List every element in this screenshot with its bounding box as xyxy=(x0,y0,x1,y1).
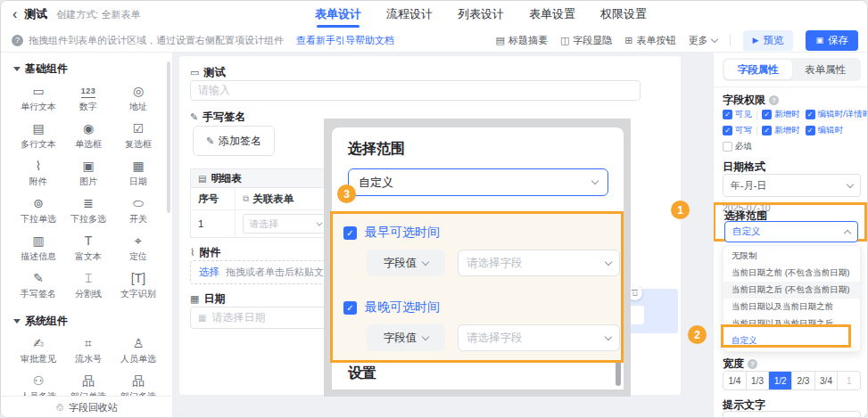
latest-field-select[interactable]: 请选择字段 xyxy=(458,324,620,351)
option-today-and-before[interactable]: 当前日期以及当前日期之前 xyxy=(723,299,860,316)
modal-scrollbar[interactable] xyxy=(616,361,621,386)
test-text-input[interactable]: 请输入 xyxy=(190,80,641,101)
component-item-date[interactable]: ▦日期 xyxy=(113,155,163,193)
field-visibility-button[interactable]: ◫ 字段显隐 xyxy=(560,34,612,47)
back-icon[interactable]: ‹ xyxy=(12,7,17,21)
component-item-signature[interactable]: ✎手写签名 xyxy=(13,267,63,305)
title-summary-icon: ▤ xyxy=(496,35,505,46)
divider xyxy=(756,111,757,119)
preview-button[interactable]: ▶ 预览 xyxy=(743,30,794,51)
dropdown-multi-icon: ≣ xyxy=(83,197,94,210)
modal-settings-heading: 设置 xyxy=(348,365,376,383)
component-item-single-line-text[interactable]: ▭单行文本 xyxy=(13,80,63,118)
range-options-dropdown: 无限制 当前日期之前 (不包含当前日期) 当前日期之后 (不包含当前日期) 当前… xyxy=(723,245,861,352)
visible-on-create-checkbox[interactable] xyxy=(762,110,772,119)
chevron-down-icon xyxy=(605,332,612,340)
paperclip-icon: ⌇ xyxy=(36,160,42,173)
collapse-triangle-icon xyxy=(13,67,21,71)
subform-row-select[interactable]: 请选择 xyxy=(243,214,328,234)
single-line-text-icon: ▭ xyxy=(32,85,44,98)
date-format-select[interactable]: 年-月-日 xyxy=(723,174,861,197)
annotation-circle-3: 3 xyxy=(337,184,356,203)
option-today-and-after[interactable]: 当前日期以及当前日期之后 xyxy=(723,316,860,332)
component-item-number[interactable]: 123数字 xyxy=(63,80,113,118)
panel-divider xyxy=(714,86,868,87)
tab-list-design[interactable]: 列表设计 xyxy=(458,1,504,28)
component-item-multi-line-text[interactable]: ▤多行文本 xyxy=(13,118,63,155)
chevron-down-icon xyxy=(847,180,854,187)
tab-field-properties[interactable]: 字段属性 xyxy=(724,60,792,79)
width-option-half[interactable]: 1/2 xyxy=(769,372,792,389)
component-item-ocr[interactable]: [T]文字识别 xyxy=(113,267,163,305)
option-custom[interactable]: 自定义 xyxy=(723,332,860,349)
writable-checkbox[interactable] xyxy=(723,126,732,135)
component-item-dropdown-multi[interactable]: ≣下拉多选 xyxy=(63,193,113,230)
latest-type-dropdown[interactable]: 字段值 xyxy=(367,324,445,351)
save-icon: ▣ xyxy=(815,36,823,45)
option-after-today[interactable]: 当前日期之后 (不包含当前日期) xyxy=(723,282,860,299)
component-item-address[interactable]: ◎地址 xyxy=(113,80,163,118)
linked-form-icon: ⧉ xyxy=(243,193,249,204)
sidebar-scrollbar[interactable] xyxy=(167,61,170,213)
earliest-type-dropdown[interactable]: 字段值 xyxy=(367,250,445,276)
field-visibility-icon: ◫ xyxy=(560,35,569,46)
option-before-today[interactable]: 当前日期之前 (不包含当前日期) xyxy=(723,265,860,282)
component-item-person-single[interactable]: ♙人员单选 xyxy=(113,332,163,370)
save-button[interactable]: ▣ 保存 xyxy=(806,30,858,51)
property-panel: 字段属性 表单属性 字段权限 ? 可见 新增时 编辑时/详情时 可写 新增时 编… xyxy=(713,53,868,418)
component-item-approval-comment[interactable]: ✍审批意见 xyxy=(13,332,63,370)
option-no-limit[interactable]: 无限制 xyxy=(723,248,860,265)
component-item-serial-number[interactable]: ⌗流水号 xyxy=(63,332,113,370)
earliest-field-select[interactable]: 请选择字段 xyxy=(458,250,620,276)
attachment-select-action[interactable]: 选择 xyxy=(199,266,219,279)
more-dropdown[interactable]: 更多 xyxy=(689,34,717,47)
hint-text-input[interactable]: 请选择日期 xyxy=(723,411,861,418)
text-field-icon: ▭ xyxy=(190,67,199,78)
component-item-image[interactable]: ▣图片 xyxy=(63,155,113,193)
writable-on-create-checkbox[interactable] xyxy=(762,126,772,135)
subform-col-index: 序号 xyxy=(191,188,236,209)
component-item-location[interactable]: ⌖定位 xyxy=(113,230,163,267)
component-item-radio[interactable]: ◉单选框 xyxy=(63,118,113,155)
component-item-rich-text[interactable]: T富文本 xyxy=(63,230,113,267)
visible-on-edit-checkbox[interactable] xyxy=(806,110,815,119)
field-recycle-bin[interactable]: ♲ 字段回收站 xyxy=(1,396,172,418)
subform-icon: ▤ xyxy=(198,174,206,184)
tab-form-settings[interactable]: 表单设置 xyxy=(529,1,575,28)
add-signature-button[interactable]: ✎ 添加签名 xyxy=(193,126,275,156)
component-item-divider[interactable]: ⌶分割线 xyxy=(63,267,113,305)
width-option-two-thirds[interactable]: 2/3 xyxy=(792,372,815,389)
subform-col-linked-form: ⧉ 关联表单 xyxy=(236,188,301,209)
tab-permission-settings[interactable]: 权限设置 xyxy=(600,1,647,28)
form-button-button[interactable]: ⊞ 表单按钮 xyxy=(624,34,675,47)
component-item-switch[interactable]: ⬭开关 xyxy=(113,193,163,230)
component-item-checkbox[interactable]: ☑复选框 xyxy=(113,118,163,155)
writable-on-edit-checkbox[interactable] xyxy=(806,126,815,135)
required-checkbox[interactable] xyxy=(723,142,732,152)
visible-checkbox[interactable] xyxy=(723,110,732,119)
form-designer-window: ‹ 测试 创建方式: 全新表单 表单设计 流程设计 列表设计 表单设置 权限设置… xyxy=(0,0,868,418)
component-sidebar: 基础组件 ▭单行文本 123数字 ◎地址 ▤多行文本 ◉单选框 ☑复选框 ⌇附件… xyxy=(1,53,173,418)
pencil-icon: ✎ xyxy=(206,135,214,147)
component-item-attachment[interactable]: ⌇附件 xyxy=(13,155,63,193)
section-basic-components[interactable]: 基础组件 xyxy=(1,53,172,80)
tab-form-properties[interactable]: 表单属性 xyxy=(792,60,860,79)
section-system-components[interactable]: 系统组件 xyxy=(1,305,172,332)
component-item-dropdown-single[interactable]: ⊚下拉单选 xyxy=(13,193,63,230)
permission-row-required: 必填 xyxy=(723,141,752,152)
title-summary-button[interactable]: ▤ 标题摘要 xyxy=(496,34,548,47)
top-bar: ‹ 测试 创建方式: 全新表单 表单设计 流程设计 列表设计 表单设置 权限设置 xyxy=(1,1,867,28)
select-range-select[interactable]: 自定义 xyxy=(724,221,858,242)
help-doc-link[interactable]: 查看新手引导帮助文档 xyxy=(296,34,394,47)
width-option-full[interactable]: 1 xyxy=(838,372,860,389)
latest-time-label: 最晚可选时间 xyxy=(365,299,440,316)
component-item-description[interactable]: ▥描述信息 xyxy=(13,230,63,267)
tab-form-design[interactable]: 表单设计 xyxy=(315,1,361,28)
latest-time-checkbox[interactable] xyxy=(343,301,357,315)
width-option-quarter[interactable]: 1/4 xyxy=(723,372,747,389)
modal-range-select[interactable]: 自定义 xyxy=(348,168,608,196)
earliest-time-checkbox[interactable] xyxy=(343,226,357,240)
width-option-third[interactable]: 1/3 xyxy=(747,372,770,389)
width-option-three-quarters[interactable]: 3/4 xyxy=(815,372,839,389)
tab-flow-design[interactable]: 流程设计 xyxy=(386,1,433,28)
